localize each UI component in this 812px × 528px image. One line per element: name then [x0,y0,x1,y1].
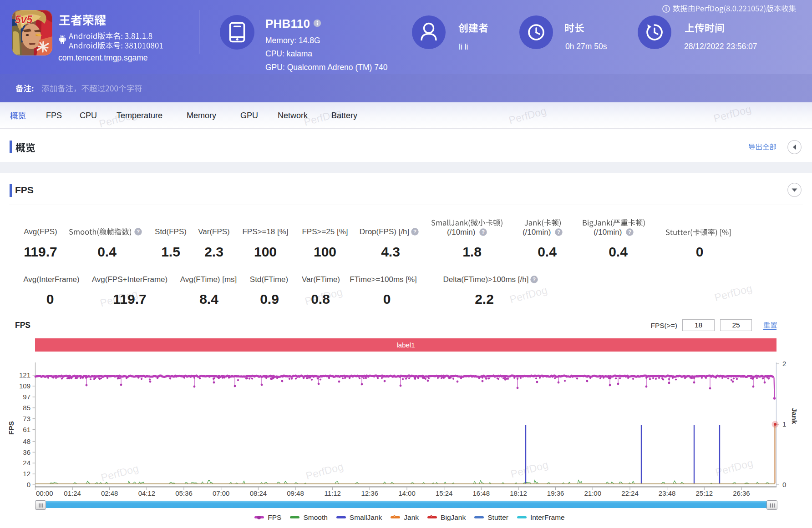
svg-text:?: ? [482,229,485,235]
svg-text:02:48: 02:48 [101,489,118,497]
svg-text:23:48: 23:48 [659,489,676,497]
svg-text:5v5: 5v5 [15,14,33,25]
svg-text:26:36: 26:36 [733,489,750,497]
svg-text:97: 97 [23,393,30,401]
svg-text:04:12: 04:12 [138,489,156,497]
svg-text:48: 48 [23,437,30,445]
svg-text:01:24: 01:24 [64,489,81,497]
svg-text:2: 2 [782,360,786,367]
svg-text:85: 85 [23,404,30,412]
svg-text:22:24: 22:24 [621,489,639,497]
svg-text:24: 24 [23,459,30,467]
svg-text:12:36: 12:36 [361,489,379,497]
svg-text:09:48: 09:48 [287,489,304,497]
svg-text:14:00: 14:00 [398,489,416,497]
svg-text:61: 61 [23,426,30,433]
svg-text:?: ? [557,229,560,235]
svg-text:?: ? [628,229,631,235]
svg-text:73: 73 [23,415,30,422]
svg-text:25:12: 25:12 [696,489,713,497]
svg-text:08:24: 08:24 [250,489,267,497]
svg-text:0: 0 [782,481,786,488]
svg-text:19:36: 19:36 [547,489,564,497]
svg-text:0: 0 [27,481,30,488]
svg-text:15:24: 15:24 [436,489,453,497]
svg-text:07:00: 07:00 [213,489,230,497]
svg-text:18:12: 18:12 [510,489,527,497]
svg-text:1: 1 [782,420,786,428]
svg-text:16:48: 16:48 [473,489,490,497]
svg-text:?: ? [533,277,536,282]
svg-text:12: 12 [23,470,30,478]
svg-text:05:36: 05:36 [175,489,193,497]
svg-text:11:12: 11:12 [324,489,340,497]
svg-text:121: 121 [19,371,30,379]
svg-text:FPS: FPS [7,421,15,435]
svg-text:Jank: Jank [791,408,798,424]
svg-text:109: 109 [19,382,30,390]
svg-text:36: 36 [23,448,30,456]
svg-text:00:00: 00:00 [36,489,53,497]
svg-text:21:00: 21:00 [584,489,602,497]
